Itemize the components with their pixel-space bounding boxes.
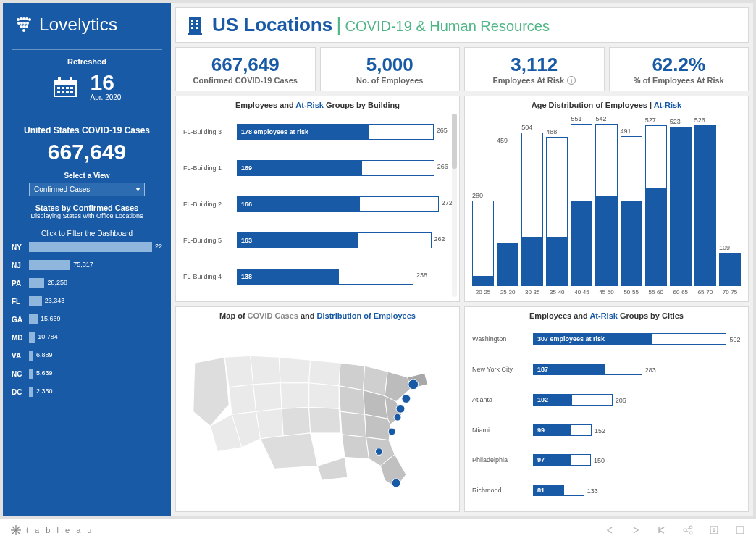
bar-category: New York City xyxy=(472,366,529,373)
state-row-dc[interactable]: DC2,350 xyxy=(12,387,162,397)
svg-point-33 xyxy=(408,379,419,389)
kpi-label: No. of Employees xyxy=(324,76,457,85)
cases-heading: United States COVID-19 Cases xyxy=(12,125,162,135)
svg-rect-21 xyxy=(57,91,60,93)
info-icon[interactable]: i xyxy=(567,76,576,85)
chart-age[interactable]: Age Distribution of Employees | At-Risk … xyxy=(464,96,749,302)
state-row-md[interactable]: MD10,784 xyxy=(12,332,162,343)
age-col[interactable]: 54245-50 xyxy=(595,115,617,295)
state-row-nc[interactable]: NC5,639 xyxy=(12,369,162,379)
age-col[interactable]: 50430-35 xyxy=(521,115,543,295)
us-map-icon xyxy=(182,324,453,506)
age-col[interactable]: 48835-40 xyxy=(546,115,568,295)
svg-rect-32 xyxy=(188,33,202,35)
state-row-ga[interactable]: GA15,669 xyxy=(12,314,162,324)
chart-buildings[interactable]: Employees and At-Risk Groups by Building… xyxy=(175,96,460,302)
svg-rect-20 xyxy=(70,87,73,89)
bar-row[interactable]: FL-Building 5163262 xyxy=(183,232,445,248)
state-code: GA xyxy=(12,316,29,324)
refresh-date: 16 Apr. 2020 xyxy=(12,72,162,101)
age-col[interactable]: 45925-30 xyxy=(497,115,518,295)
svg-point-38 xyxy=(375,448,382,455)
chart-map[interactable]: Map of COVID Cases and Distribution of E… xyxy=(175,306,460,513)
bar-row[interactable]: Richmond81133 xyxy=(472,485,734,496)
age-col[interactable]: 52665-70 xyxy=(694,115,716,295)
svg-rect-25 xyxy=(189,17,201,34)
state-code: NY xyxy=(12,243,29,251)
svg-rect-50 xyxy=(736,527,744,534)
svg-rect-28 xyxy=(191,23,193,25)
kpi-0: 667,649Confirmed COVID-19 Cases xyxy=(175,47,316,91)
bar-row[interactable]: New York City187283 xyxy=(472,364,734,375)
svg-point-37 xyxy=(388,428,395,435)
download-icon[interactable] xyxy=(708,524,720,536)
bar-row[interactable]: FL-Building 4138238 xyxy=(183,269,445,285)
bar-row[interactable]: FL-Building 2166272 xyxy=(183,196,445,212)
svg-rect-26 xyxy=(191,20,193,22)
svg-rect-22 xyxy=(62,91,64,93)
reset-icon[interactable] xyxy=(656,524,668,536)
bar-row[interactable]: Atlanta102206 xyxy=(472,394,734,406)
svg-rect-17 xyxy=(57,87,60,89)
tableau-mark-icon xyxy=(10,524,22,536)
footer: t a b l e a u xyxy=(0,519,756,541)
state-row-ny[interactable]: NY223,691 xyxy=(12,242,162,252)
svg-rect-16 xyxy=(70,77,72,82)
undo-icon[interactable] xyxy=(604,524,616,536)
page-subtitle: COVID-19 & Human Resources xyxy=(345,18,550,34)
state-row-va[interactable]: VA6,889 xyxy=(12,351,162,361)
chart-cities[interactable]: Employees and At-Risk Groups by Cities W… xyxy=(464,306,749,513)
age-col[interactable]: 55140-45 xyxy=(571,115,592,295)
state-row-fl[interactable]: FL23,343 xyxy=(12,296,162,306)
bar-category: Atlanta xyxy=(472,396,529,403)
age-col[interactable]: 10970-75 xyxy=(719,115,741,295)
building-icon xyxy=(185,15,205,35)
kpi-label: % of Employees At Risk xyxy=(613,76,746,85)
age-col[interactable]: 49150-55 xyxy=(621,115,642,295)
bar-row[interactable]: Miami99152 xyxy=(472,424,734,436)
svg-point-46 xyxy=(689,532,692,534)
bar-row[interactable]: Washington307 employees at risk502 xyxy=(472,333,734,345)
state-code: FL xyxy=(12,298,29,306)
charts-grid: Employees and At-Risk Groups by Building… xyxy=(175,96,749,512)
page-title: US Locations xyxy=(212,14,332,35)
bar-category: FL-Building 5 xyxy=(183,237,232,244)
state-row-pa[interactable]: PA28,258 xyxy=(12,278,162,288)
state-list: NY223,691NJ75,317PA28,258FL23,343GA15,66… xyxy=(12,242,162,509)
filter-hint: Click to Filter the Dashboard xyxy=(12,230,162,238)
state-code: MD xyxy=(12,334,29,342)
state-row-nj[interactable]: NJ75,317 xyxy=(12,260,162,270)
age-col[interactable]: 28020-25 xyxy=(472,115,494,295)
fullscreen-icon[interactable] xyxy=(734,524,746,536)
svg-rect-23 xyxy=(66,91,69,93)
svg-point-7 xyxy=(23,22,26,25)
kpi-2: 3,112Employees At Risk i xyxy=(464,47,605,91)
svg-point-1 xyxy=(20,17,22,20)
state-code: NC xyxy=(12,370,29,378)
sidebar: Lovelytics Refreshed 16 Apr. 2020 United… xyxy=(3,3,171,516)
svg-point-44 xyxy=(684,529,686,532)
kpi-label: Confirmed COVID-19 Cases xyxy=(179,76,312,85)
state-code: DC xyxy=(12,388,29,396)
svg-line-47 xyxy=(686,528,689,529)
svg-point-2 xyxy=(22,17,25,20)
view-select[interactable]: Confirmed Cases ▾ xyxy=(29,183,145,196)
bar-row[interactable]: FL-Building 3178 employees at risk265 xyxy=(183,124,445,140)
chart-age-title: Age Distribution of Employees | At-Risk xyxy=(471,101,742,109)
scrollbar[interactable] xyxy=(452,114,457,297)
share-icon[interactable] xyxy=(682,524,694,536)
age-col[interactable]: 52360-65 xyxy=(670,115,692,295)
svg-point-9 xyxy=(20,25,22,28)
age-col[interactable]: 52755-60 xyxy=(645,115,667,295)
bar-category: Richmond xyxy=(472,487,529,494)
bar-row[interactable]: FL-Building 1169266 xyxy=(183,160,445,176)
kpi-value: 667,649 xyxy=(179,54,312,76)
bar-category: Washington xyxy=(472,335,529,343)
svg-rect-31 xyxy=(196,27,198,29)
date-day: 16 xyxy=(91,72,122,93)
bar-row[interactable]: Philadelphia97150 xyxy=(472,454,734,466)
chart-buildings-title: Employees and At-Risk Groups by Building xyxy=(182,101,453,109)
redo-icon[interactable] xyxy=(630,524,642,536)
refreshed-label: Refreshed xyxy=(12,57,162,66)
chart-cities-title: Employees and At-Risk Groups by Cities xyxy=(471,311,742,320)
